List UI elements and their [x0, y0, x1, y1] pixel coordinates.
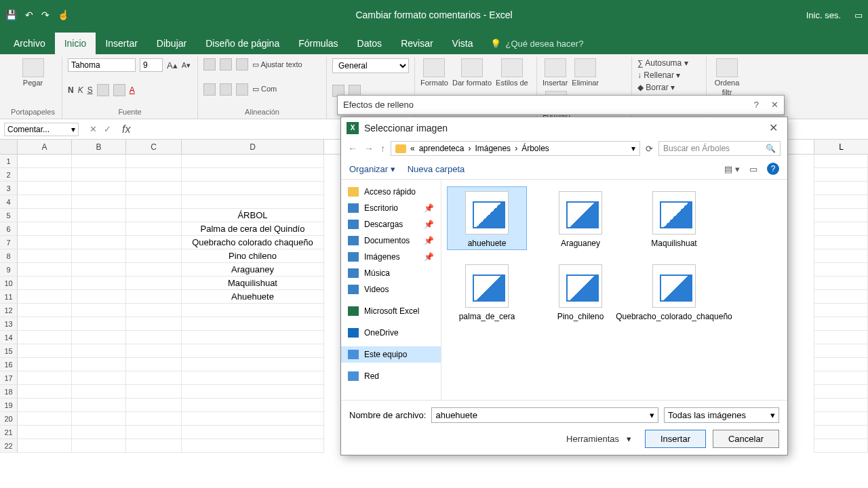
preview-pane-button[interactable]: ▭ [749, 164, 757, 174]
row-head[interactable]: 14 [0, 331, 18, 344]
tab-inicio[interactable]: Inicio [55, 33, 96, 54]
row-head[interactable]: 4 [0, 195, 18, 209]
row-head[interactable]: 15 [0, 344, 18, 358]
merge-button[interactable]: ▭ Com [252, 85, 277, 94]
cell[interactable] [126, 222, 182, 236]
bold-button[interactable]: N [68, 85, 74, 95]
sidebar-item-network[interactable]: Red [341, 368, 441, 384]
underline-button[interactable]: S [87, 85, 93, 95]
cell[interactable] [814, 236, 868, 249]
cell[interactable] [18, 182, 72, 195]
col-head-c[interactable]: C [126, 140, 182, 154]
tab-diseno[interactable]: Diseño de página [196, 33, 289, 54]
cell[interactable] [72, 290, 126, 304]
cell[interactable] [126, 263, 182, 277]
cell[interactable] [18, 426, 72, 439]
tab-formulas[interactable]: Fórmulas [289, 33, 347, 54]
sidebar-item-downloads[interactable]: Descargas📌 [341, 216, 441, 232]
cell[interactable] [182, 358, 324, 371]
cell[interactable] [18, 277, 72, 290]
cell[interactable] [72, 155, 126, 168]
name-box[interactable]: Comentar...▾ [4, 123, 79, 136]
cell[interactable] [126, 344, 182, 358]
file-type-filter[interactable]: Todas las imágenes▾ [664, 407, 779, 423]
cell[interactable] [814, 426, 868, 439]
cell[interactable] [814, 331, 868, 344]
cell[interactable] [72, 385, 126, 399]
align-right-icon[interactable] [236, 83, 248, 96]
cell[interactable] [182, 195, 324, 209]
cell[interactable]: Maquilishuat [182, 277, 324, 290]
tab-datos[interactable]: Datos [348, 33, 392, 54]
help-icon[interactable]: ? [767, 163, 779, 175]
col-head-l[interactable]: L [814, 140, 868, 155]
row-head[interactable]: 1 [0, 155, 18, 168]
align-bottom-icon[interactable] [236, 58, 248, 70]
cell[interactable] [814, 249, 868, 263]
cell[interactable] [126, 371, 182, 385]
view-mode-button[interactable]: ▤ ▾ [724, 164, 740, 174]
cell[interactable] [814, 399, 868, 412]
align-top-icon[interactable] [203, 58, 216, 70]
fill-color-icon[interactable] [113, 84, 125, 96]
cell[interactable] [18, 222, 72, 236]
cell[interactable] [126, 331, 182, 344]
cell-styles-button[interactable]: Estilos de [496, 58, 528, 87]
insert-cells-button[interactable]: Insertar [542, 58, 568, 87]
cell[interactable] [72, 371, 126, 385]
row-head[interactable]: 8 [0, 249, 18, 263]
cell[interactable] [814, 168, 868, 182]
insert-button[interactable]: Insertar [645, 430, 706, 448]
row-head[interactable]: 22 [0, 439, 18, 453]
format-table-button[interactable]: Dar formato [452, 58, 492, 87]
cell[interactable] [126, 399, 182, 412]
cell[interactable] [182, 168, 324, 182]
new-folder-button[interactable]: Nueva carpeta [408, 164, 465, 174]
cell[interactable] [182, 182, 324, 195]
cell[interactable] [72, 317, 126, 331]
row-head[interactable]: 21 [0, 426, 18, 439]
cell[interactable] [126, 182, 182, 195]
row-head[interactable]: 12 [0, 304, 18, 317]
clear-button[interactable]: ◆ Borrar ▾ [637, 83, 675, 92]
cell[interactable] [72, 209, 126, 222]
row-head[interactable]: 3 [0, 182, 18, 195]
sidebar-item-this-pc[interactable]: Este equipo [341, 346, 441, 363]
breadcrumb[interactable]: « aprendeteca › Imágenes › Árboles ▾ [391, 141, 640, 156]
cell[interactable] [814, 277, 868, 290]
cell[interactable]: Araguaney [182, 263, 324, 277]
row-head[interactable]: 16 [0, 358, 18, 371]
cell[interactable] [182, 317, 324, 331]
touch-icon[interactable]: ☝ [58, 9, 69, 20]
cell[interactable] [72, 168, 126, 182]
cell[interactable] [126, 439, 182, 453]
cell[interactable] [18, 385, 72, 399]
sidebar-item-quick-access[interactable]: Acceso rápido [341, 184, 441, 200]
cell[interactable] [182, 385, 324, 399]
organize-menu[interactable]: Organizar ▾ [349, 164, 395, 174]
cell[interactable] [814, 222, 868, 236]
cell[interactable] [126, 358, 182, 371]
cell[interactable] [18, 331, 72, 344]
font-name-combo[interactable] [68, 58, 136, 72]
cancel-button[interactable]: Cancelar [713, 430, 779, 448]
navigation-pane[interactable]: Acceso rápido Escritorio📌 Descargas📌 Doc… [341, 180, 441, 400]
cell[interactable] [72, 412, 126, 426]
cell[interactable] [126, 168, 182, 182]
cell[interactable] [18, 412, 72, 426]
cell[interactable] [814, 304, 868, 317]
cell[interactable] [126, 426, 182, 439]
row-head[interactable]: 18 [0, 385, 18, 399]
chevron-down-icon[interactable]: ▾ [71, 125, 75, 134]
help-icon[interactable]: ? [754, 100, 759, 110]
cell[interactable] [182, 399, 324, 412]
cell[interactable] [18, 439, 72, 453]
tab-insertar[interactable]: Insertar [96, 33, 146, 54]
row-head[interactable]: 5 [0, 209, 18, 222]
sidebar-item-images[interactable]: Imágenes📌 [341, 249, 441, 265]
cell[interactable] [814, 182, 868, 195]
cell[interactable] [18, 168, 72, 182]
cell[interactable] [814, 155, 868, 168]
cell[interactable] [182, 155, 324, 168]
align-left-icon[interactable] [203, 83, 216, 96]
